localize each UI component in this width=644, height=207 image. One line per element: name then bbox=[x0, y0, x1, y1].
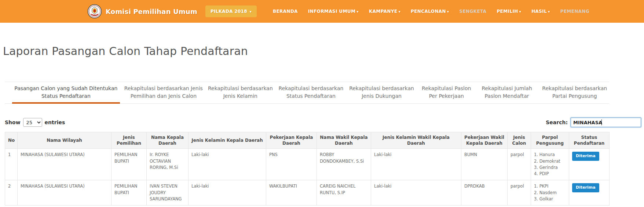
paslon-table: No Nama Wilayah Jenis Pemilihan Nama Kep… bbox=[5, 132, 610, 206]
brand-name: Komisi Pemilihan Umum bbox=[106, 8, 197, 15]
chevron-down-icon: ▾ bbox=[357, 10, 359, 14]
cell-pekerjaan-kepala-daerah: WAKILBUPATI bbox=[266, 180, 317, 206]
cell-no: 2 bbox=[5, 180, 18, 206]
nav-label: PEMILIH bbox=[497, 9, 518, 14]
tab-rekap-jenis-pemilihan-jenis-calon[interactable]: Rekapitulasi berdasarkan Jenis Pemilihan… bbox=[124, 82, 203, 104]
search-box bbox=[571, 118, 641, 127]
nav-label: KAMPANYE bbox=[369, 9, 398, 14]
entries-length-control: Show 25 entries bbox=[5, 118, 65, 127]
col-header-jenis-calon[interactable]: Jenis Calon bbox=[508, 132, 531, 149]
page-title: Laporan Pasangan Calon Tahap Pendaftaran bbox=[3, 45, 641, 58]
nav-label: BERANDA bbox=[273, 9, 298, 14]
nav-item-kampanye[interactable]: KAMPANYE▾ bbox=[364, 5, 406, 18]
cell-pekerjaan-wakil-kepala-daerah: DPRDKAB bbox=[461, 180, 508, 206]
tab-rekap-jumlah-paslon-mendaftar[interactable]: Rekapitulasi Jumlah Paslon Mendaftar bbox=[478, 82, 536, 104]
col-header-pekerjaan-kepala-daerah[interactable]: Pekerjaan Kepala Daerah bbox=[266, 132, 317, 149]
cell-jenis-pemilihan: PEMILIHAN BUPATI bbox=[111, 149, 147, 180]
search-label: Search: bbox=[546, 119, 568, 125]
nav-item-pemenang[interactable]: PEMENANG bbox=[555, 5, 595, 18]
cell-nama-kepala-daerah: IVAN STEVEN JOUDRY SARUNDAYANG bbox=[147, 180, 189, 206]
table-header-row: No Nama Wilayah Jenis Pemilihan Nama Kep… bbox=[5, 132, 610, 149]
col-header-jenis-pemilihan[interactable]: Jenis Pemilihan bbox=[111, 132, 147, 149]
col-header-no[interactable]: No bbox=[5, 132, 18, 149]
col-header-jenis-kelamin-wakil-kepala-daerah[interactable]: Jenis Kelamin Wakil Kepala Daerah bbox=[371, 132, 461, 149]
brand[interactable]: Komisi Pemilihan Umum bbox=[87, 4, 197, 19]
text-cursor bbox=[601, 119, 602, 125]
cell-nama-wilayah: MINAHASA (SULAWESI UTARA) bbox=[18, 180, 111, 206]
main-nav: BERANDA INFORMASI UMUM▾ KAMPANYE▾ PENCAL… bbox=[268, 5, 594, 18]
table-controls: Show 25 entries Search: bbox=[5, 118, 641, 127]
cell-jenis-calon: parpol bbox=[508, 180, 531, 206]
cell-jenis-kelamin-kepala-daerah: Laki-laki bbox=[189, 180, 266, 206]
paslon-table-wrap: No Nama Wilayah Jenis Pemilihan Nama Kep… bbox=[5, 132, 641, 206]
cell-nama-wilayah: MINAHASA (SULAWESI UTARA) bbox=[18, 149, 111, 180]
cell-status-pendaftaran: Diterima bbox=[569, 149, 610, 180]
cell-nama-wakil-kepala-daerah: ROBBY DONDOKAMBEY, S.Si bbox=[317, 149, 371, 180]
tab-rekap-paslon-per-pekerjaan[interactable]: Rekapitulasi Paslon Per Pekerjaan bbox=[419, 82, 474, 104]
chevron-down-icon: ▾ bbox=[447, 10, 449, 14]
col-header-parpol-pengusung[interactable]: Parpol Pengusung bbox=[531, 132, 569, 149]
nav-item-pemilih[interactable]: PEMILIH▾ bbox=[491, 5, 526, 18]
nav-label: SENGKETA bbox=[459, 9, 486, 14]
col-header-nama-wilayah[interactable]: Nama Wilayah bbox=[18, 132, 111, 149]
tab-rekap-partai-pengusung[interactable]: Rekapitulasi berdasarkan Partai Pengusun… bbox=[540, 82, 609, 104]
tab-pasangan-calon-status-pendaftaran[interactable]: Pasangan Calon yang Sudah Ditentukan Sta… bbox=[12, 82, 120, 104]
col-header-nama-kepala-daerah[interactable]: Nama Kepala Daerah bbox=[147, 132, 189, 149]
status-badge: Diterima bbox=[572, 152, 599, 161]
pilkada-2018-label: PILKADA 2018 bbox=[211, 9, 247, 14]
tab-rekap-jenis-dukungan[interactable]: Rekapitulasi berdasarkan Jenis Dukungan bbox=[348, 82, 415, 104]
cell-jenis-kelamin-kepala-daerah: Laki-laki bbox=[189, 149, 266, 180]
cell-jenis-pemilihan: PEMILIHAN BUPATI bbox=[111, 180, 147, 206]
cell-no: 1 bbox=[5, 149, 18, 180]
cell-parpol-pengusung: 1. PKPI 2. Nasdem 3. Golkar bbox=[531, 180, 569, 206]
cell-jenis-kelamin-wakil-kepala-daerah: Laki-laki bbox=[371, 149, 461, 180]
chevron-down-icon: ▾ bbox=[548, 10, 550, 14]
nav-item-pencalonan[interactable]: PENCALONAN▾ bbox=[406, 5, 454, 18]
nav-item-beranda[interactable]: BERANDA bbox=[268, 5, 303, 18]
nav-item-sengketa[interactable]: SENGKETA bbox=[454, 5, 491, 18]
col-header-jenis-kelamin-kepala-daerah[interactable]: Jenis Kelamin Kepala Daerah bbox=[189, 132, 266, 149]
cell-jenis-kelamin-wakil-kepala-daerah: Laki-laki bbox=[371, 180, 461, 206]
entries-select[interactable]: 25 bbox=[23, 118, 42, 127]
cell-parpol-pengusung: 1. Hanura 2. Demokrat 3. Gerindra 4. PDI… bbox=[531, 149, 569, 180]
chevron-down-icon: ▾ bbox=[248, 10, 252, 14]
pilkada-2018-button[interactable]: PILKADA 2018 ▾ bbox=[205, 5, 257, 17]
tab-rekap-jenis-kelamin[interactable]: Rekapitulasi berdasarkan Jenis Kelamin bbox=[207, 82, 274, 104]
nav-item-informasi-umum[interactable]: INFORMASI UMUM▾ bbox=[303, 5, 364, 18]
table-row: 1 MINAHASA (SULAWESI UTARA) PEMILIHAN BU… bbox=[5, 149, 610, 180]
col-header-nama-wakil-kepala-daerah[interactable]: Nama Wakil Kepala Daerah bbox=[317, 132, 371, 149]
tab-strip: Pasangan Calon yang Sudah Ditentukan Sta… bbox=[5, 82, 609, 104]
nav-label: INFORMASI UMUM bbox=[308, 9, 356, 14]
nav-label: HASIL bbox=[531, 9, 547, 14]
kpu-logo-icon bbox=[87, 4, 102, 19]
col-header-status-pendaftaran[interactable]: Status Pendaftaran bbox=[569, 132, 610, 149]
cell-nama-kepala-daerah: Ir. ROYKE OCTAVIAN RORING, M.Si bbox=[147, 149, 189, 180]
cell-nama-wakil-kepala-daerah: CAREIG NAICHEL RUNTU, S.IP bbox=[317, 180, 371, 206]
nav-item-hasil[interactable]: HASIL▾ bbox=[526, 5, 555, 18]
cell-status-pendaftaran: Diterima bbox=[569, 180, 610, 206]
nav-label: PENCALONAN bbox=[411, 9, 446, 14]
cell-pekerjaan-kepala-daerah: PNS bbox=[266, 149, 317, 180]
col-header-pekerjaan-wakil-kepala-daerah[interactable]: Pekerjaan Wakil Kepala Daerah bbox=[461, 132, 508, 149]
search-input[interactable] bbox=[571, 118, 641, 127]
nav-label: PEMENANG bbox=[560, 9, 590, 14]
tab-rekap-status-pendaftaran[interactable]: Rekapitulasi berdasarkan Status Pendafta… bbox=[278, 82, 344, 104]
table-row: 2 MINAHASA (SULAWESI UTARA) PEMILIHAN BU… bbox=[5, 180, 610, 206]
show-label: Show bbox=[5, 119, 21, 125]
entries-label: entries bbox=[45, 119, 65, 125]
status-badge: Diterima bbox=[572, 183, 599, 192]
search-control: Search: bbox=[546, 118, 641, 127]
cell-pekerjaan-wakil-kepala-daerah: BUMN bbox=[461, 149, 508, 180]
cell-jenis-calon: parpol bbox=[508, 149, 531, 180]
chevron-down-icon: ▾ bbox=[519, 10, 521, 14]
top-navbar: Komisi Pemilihan Umum PILKADA 2018 ▾ BER… bbox=[0, 0, 644, 23]
chevron-down-icon: ▾ bbox=[399, 10, 400, 14]
